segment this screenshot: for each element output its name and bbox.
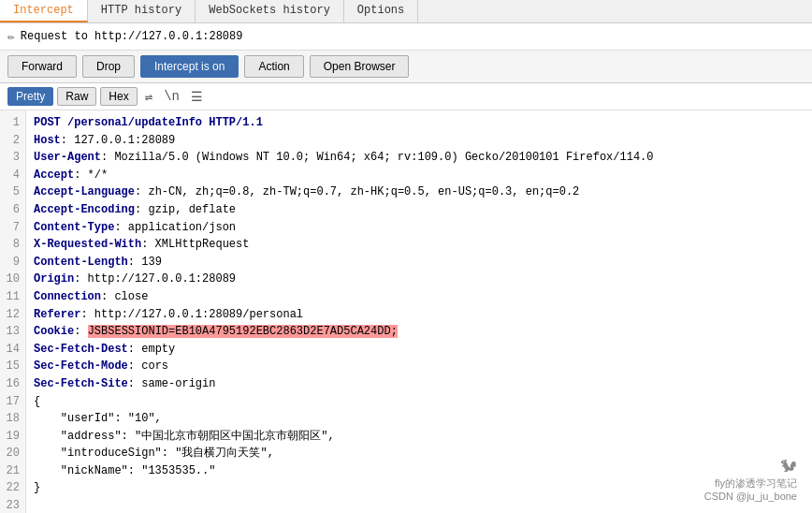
menu-icon[interactable]: ☰	[187, 88, 207, 106]
tab-options[interactable]: Options	[344, 0, 418, 22]
tab-http-history[interactable]: HTTP history	[88, 0, 196, 22]
tab-intercept[interactable]: Intercept	[0, 0, 88, 22]
forward-button[interactable]: Forward	[7, 55, 77, 78]
request-header: ✏ Request to http://127.0.0.1:28089	[0, 23, 812, 51]
watermark-text1: fly的渗透学习笔记	[715, 476, 797, 491]
watermark-text2: CSDN @ju_ju_bone	[704, 491, 797, 502]
edit-icon: ✏	[7, 29, 15, 44]
action-button[interactable]: Action	[244, 55, 303, 78]
raw-button[interactable]: Raw	[57, 87, 96, 106]
format-bar: Pretty Raw Hex ⇌ \n ☰	[0, 83, 812, 110]
intercept-button[interactable]: Intercept is on	[140, 55, 239, 78]
toolbar: Forward Drop Intercept is on Action Open…	[0, 51, 812, 83]
tab-bar: Intercept HTTP history WebSockets histor…	[0, 0, 812, 23]
line-numbers: 1234567891011121314151617181920212223	[0, 110, 26, 513]
newline-icon[interactable]: \n	[160, 88, 183, 105]
drop-button[interactable]: Drop	[82, 55, 135, 78]
open-browser-button[interactable]: Open Browser	[310, 55, 410, 78]
request-url: Request to http://127.0.0.1:28089	[21, 30, 243, 43]
watermark-logo: 🐿	[780, 457, 797, 476]
code-content[interactable]: POST /personal/updateInfo HTTP/1.1Host: …	[26, 110, 812, 513]
pretty-button[interactable]: Pretty	[7, 87, 53, 106]
watermark: 🐿 fly的渗透学习笔记 CSDN @ju_ju_bone	[704, 457, 797, 502]
wrap-icon[interactable]: ⇌	[141, 88, 156, 106]
hex-button[interactable]: Hex	[100, 87, 137, 106]
tab-websockets-history[interactable]: WebSockets history	[196, 0, 344, 22]
code-area: 1234567891011121314151617181920212223 PO…	[0, 110, 812, 513]
